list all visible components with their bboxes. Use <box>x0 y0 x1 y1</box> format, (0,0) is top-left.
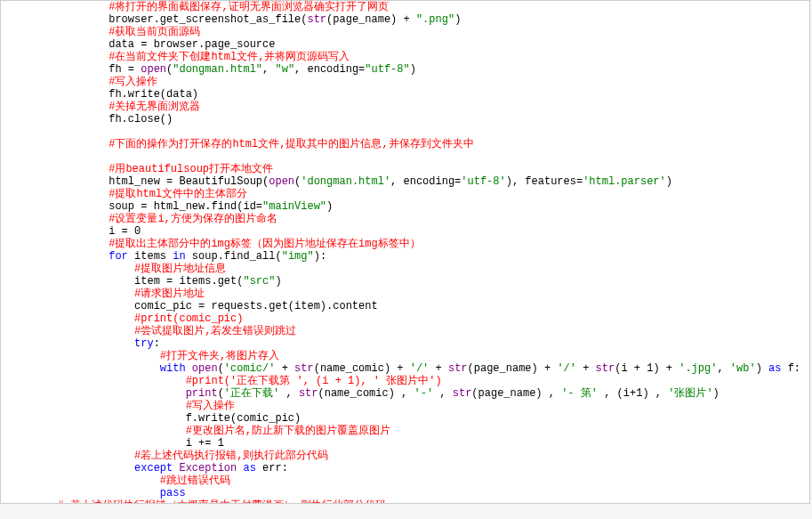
code-token: 'comic/' <box>224 362 276 375</box>
code-token: "utf-8" <box>365 63 409 76</box>
code-token: # 若上述代码执行报错（大概率是由于付费漫画）,则执行此部分代码 <box>58 499 387 504</box>
code-token: as <box>768 362 781 375</box>
code-token: #提取出主体部分中的img标签（因为图片地址保存在img标签中） <box>109 238 420 250</box>
code-token: #请求图片地址 <box>134 288 205 300</box>
code-token: #尝试提取图片,若发生错误则跳过 <box>134 325 296 337</box>
code-token: #用beautifulsoup打开本地文件 <box>109 163 273 175</box>
code-token: '- 第' <box>561 387 598 400</box>
code-token: str <box>596 362 615 375</box>
code-token: #将打开的界面截图保存,证明无界面浏览器确实打开了网页 <box>109 1 388 13</box>
code-token: Exception <box>179 462 237 474</box>
code-token: #print(comic_pic) <box>134 312 243 325</box>
code-token: #设置变量i,方便为保存的图片命名 <box>109 213 277 225</box>
code-token: open <box>192 362 218 375</box>
code-token: "src" <box>243 275 275 288</box>
code-token: #提取图片地址信息 <box>134 263 226 275</box>
code-token: str <box>299 387 318 400</box>
code-token: #跳过错误代码 <box>160 474 230 487</box>
code-token: #提取html文件中的主体部分 <box>109 188 247 200</box>
code-token: str <box>448 362 468 375</box>
code-token: print <box>186 387 218 400</box>
code-token: '-' <box>414 387 434 400</box>
code-token: '张图片' <box>668 387 712 400</box>
code-token: '/' <box>410 362 430 375</box>
code-token: "w" <box>275 63 294 76</box>
code-token: "dongman.html" <box>173 63 262 76</box>
code-token: 'wb' <box>730 362 756 375</box>
code-content: #将打开的界面截图保存,证明无界面浏览器确实打开了网页 browser.get_… <box>6 1 809 504</box>
code-token: open <box>269 175 294 188</box>
code-token: except <box>134 462 173 474</box>
code-token: for <box>109 250 128 263</box>
code-token: #更改图片名,防止新下载的图片覆盖原图片 <box>186 425 390 437</box>
code-token: #关掉无界面浏览器 <box>109 101 200 113</box>
code-token: "img" <box>282 250 314 263</box>
code-token: ".png" <box>416 13 454 26</box>
code-token: 'dongman.html' <box>301 175 390 188</box>
code-token: 'utf-8' <box>461 175 505 188</box>
code-token: #print('正在下载第 ', (i + 1), ' 张图片中') <box>186 375 442 387</box>
code-token: str <box>453 387 472 400</box>
code-token: #获取当前页面源码 <box>109 26 200 38</box>
code-token: as <box>243 462 255 474</box>
code-token: str <box>294 362 314 375</box>
code-token: #在当前文件夹下创建html文件,并将网页源码写入 <box>109 51 350 63</box>
code-editor[interactable]: #将打开的界面截图保存,证明无界面浏览器确实打开了网页 browser.get_… <box>0 0 810 504</box>
code-token: with <box>160 362 186 375</box>
code-token: in <box>173 250 185 263</box>
code-token: 'html.parser' <box>583 175 666 188</box>
code-token: #写入操作 <box>186 400 235 412</box>
code-token: #下面的操作为打开保存的html文件,提取其中的图片信息,并保存到文件夹中 <box>109 138 473 150</box>
code-token: '正在下载' <box>224 387 279 400</box>
code-token: '.jpg' <box>679 362 717 375</box>
code-token: try <box>134 337 154 350</box>
code-token: #写入操作 <box>109 76 157 88</box>
code-token: "mainView" <box>262 200 326 213</box>
code-token: #若上述代码执行报错,则执行此部分代码 <box>134 450 328 462</box>
code-token: str <box>307 13 326 26</box>
code-token: '/' <box>557 362 576 375</box>
code-token: #打开文件夹,将图片存入 <box>160 350 279 362</box>
code-token: pass <box>160 487 186 499</box>
code-token: open <box>141 63 166 76</box>
